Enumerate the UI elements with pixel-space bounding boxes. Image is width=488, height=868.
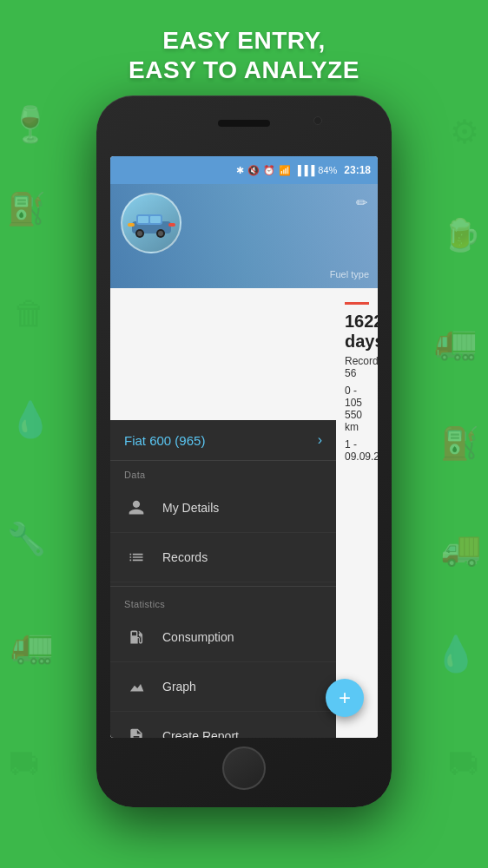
menu-item-my-details[interactable]: My Details (110, 483, 336, 533)
menu-item-create-report[interactable]: Create Report (110, 712, 336, 738)
phone-home-button[interactable] (222, 746, 266, 790)
report-icon (124, 724, 148, 738)
section-data-label: Data (110, 461, 336, 483)
svg-rect-3 (150, 216, 161, 223)
divider-1 (110, 586, 336, 587)
svg-rect-8 (128, 223, 135, 227)
wifi-icon: 📶 (279, 165, 291, 176)
svg-point-7 (158, 231, 163, 236)
phone-shell: ✱ 🔇 ⏰ 📶 ▐▐▐ 84% 23:18 (96, 95, 392, 807)
header-text: EASY ENTRY, EASY TO ANALYZE (0, 26, 488, 84)
fab-plus: + (339, 686, 351, 710)
bluetooth-icon: ✱ (236, 165, 244, 176)
stat-date: 1 - 09.09.2015 (345, 438, 369, 463)
menu-item-records[interactable]: Records (110, 533, 336, 582)
my-details-label: My Details (162, 501, 219, 515)
signal-icon: ▐▐▐ (294, 165, 314, 175)
consumption-label: Consumption (162, 630, 234, 644)
edit-icon[interactable]: ✏ (356, 194, 367, 211)
create-report-label: Create Report (162, 729, 239, 738)
fab-button[interactable]: + (326, 679, 364, 717)
section-statistics-label: Statistics (110, 590, 336, 613)
mute-icon: 🔇 (247, 165, 260, 176)
graph-icon (124, 674, 148, 699)
alarm-icon: ⏰ (263, 165, 275, 176)
records-label: Records (162, 550, 208, 564)
navigation-drawer: Fiat 600 (965) › Data My Details (110, 420, 336, 738)
header-title: EASY ENTRY, EASY TO ANALYZE (0, 26, 488, 84)
car-name: Fiat 600 (965) (124, 433, 205, 448)
stats-panel: 1622 days Records: 56 0 - 105 550 km 1 -… (336, 288, 378, 738)
car-image (122, 194, 180, 252)
phone-screen: ✱ 🔇 ⏰ 📶 ▐▐▐ 84% 23:18 (110, 156, 378, 738)
car-arrow: › (318, 432, 322, 448)
battery-level: 84% (318, 165, 337, 175)
stat-records: Records: 56 (345, 355, 369, 379)
stat-days: 1622 days (345, 312, 369, 352)
fuel-icon (124, 625, 148, 649)
menu-item-consumption[interactable]: Consumption (110, 613, 336, 662)
status-time: 23:18 (344, 164, 371, 176)
red-bar (345, 302, 369, 305)
car-avatar (121, 193, 181, 253)
fuel-type-label: Fuel type (330, 269, 369, 279)
phone-mockup: ✱ 🔇 ⏰ 📶 ▐▐▐ 84% 23:18 (96, 95, 392, 807)
status-bar: ✱ 🔇 ⏰ 📶 ▐▐▐ 84% 23:18 (110, 156, 378, 184)
car-svg (128, 206, 175, 240)
list-icon (124, 545, 148, 569)
menu-item-graph[interactable]: Graph (110, 662, 336, 712)
car-name-row[interactable]: Fiat 600 (965) › (110, 420, 336, 461)
svg-rect-9 (168, 223, 175, 227)
main-content: 1622 days Records: 56 0 - 105 550 km 1 -… (110, 288, 378, 738)
person-icon (124, 496, 148, 520)
status-icons: ✱ 🔇 ⏰ 📶 ▐▐▐ 84% 23:18 (236, 164, 371, 176)
records-value: 56 (345, 367, 356, 379)
app-header: ✏ Fuel type (110, 184, 378, 288)
phone-speaker (218, 120, 270, 127)
records-label: Records: (345, 355, 378, 367)
svg-point-5 (137, 231, 142, 236)
stat-km: 0 - 105 550 km (345, 385, 369, 433)
phone-camera (313, 116, 322, 125)
graph-label: Graph (162, 680, 196, 694)
svg-rect-2 (138, 216, 148, 223)
